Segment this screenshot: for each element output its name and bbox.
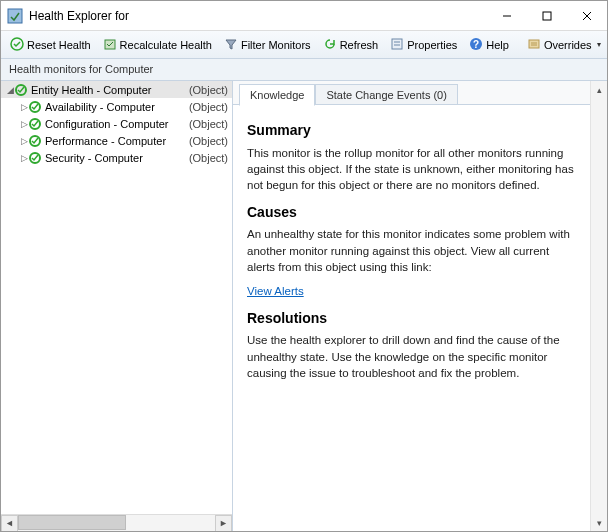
tabs: Knowledge State Change Events (0) bbox=[233, 81, 590, 105]
check-icon bbox=[10, 37, 24, 53]
scroll-track[interactable] bbox=[18, 515, 215, 532]
tree-item-label: Security - Computer bbox=[45, 152, 189, 164]
toolbar: Reset Health Recalculate Health Filter M… bbox=[1, 31, 607, 59]
tree-pane: ◢Entity Health - Computer(Object)▷Availa… bbox=[1, 81, 233, 531]
healthy-icon bbox=[29, 101, 41, 113]
scroll-right-arrow[interactable]: ► bbox=[215, 515, 232, 532]
window-controls bbox=[487, 1, 607, 30]
view-alerts-link[interactable]: View Alerts bbox=[247, 285, 304, 297]
tree-item-availability[interactable]: ▷Availability - Computer(Object) bbox=[1, 98, 232, 115]
funnel-icon bbox=[224, 37, 238, 53]
toolbar-label: Reset Health bbox=[27, 39, 91, 51]
vscroll-track[interactable] bbox=[591, 98, 607, 514]
properties-button[interactable]: Properties bbox=[385, 35, 462, 55]
main-area: ◢Entity Health - Computer(Object)▷Availa… bbox=[1, 81, 607, 531]
healthy-icon bbox=[15, 84, 27, 96]
content-main: Knowledge State Change Events (0) Summar… bbox=[233, 81, 590, 531]
tab-state-change-events[interactable]: State Change Events (0) bbox=[315, 84, 457, 105]
expand-icon[interactable]: ▷ bbox=[19, 119, 29, 129]
tree-item-type: (Object) bbox=[189, 152, 228, 164]
healthy-icon bbox=[29, 118, 41, 130]
collapse-icon[interactable]: ◢ bbox=[5, 85, 15, 95]
refresh-button[interactable]: Refresh bbox=[318, 35, 384, 55]
tree-item-entity-health[interactable]: ◢Entity Health - Computer(Object) bbox=[1, 81, 232, 98]
tab-knowledge[interactable]: Knowledge bbox=[239, 84, 315, 106]
scroll-up-arrow[interactable]: ▴ bbox=[591, 81, 607, 98]
reset-health-button[interactable]: Reset Health bbox=[5, 35, 96, 55]
toolbar-label: Filter Monitors bbox=[241, 39, 311, 51]
maximize-button[interactable] bbox=[527, 1, 567, 30]
title-bar: Health Explorer for bbox=[1, 1, 607, 31]
vertical-scrollbar[interactable]: ▴ ▾ bbox=[590, 81, 607, 531]
scroll-left-arrow[interactable]: ◄ bbox=[1, 515, 18, 532]
filter-monitors-button[interactable]: Filter Monitors bbox=[219, 35, 316, 55]
tree-item-label: Performance - Computer bbox=[45, 135, 189, 147]
properties-icon bbox=[390, 37, 404, 53]
chevron-down-icon: ▾ bbox=[597, 40, 601, 49]
app-icon bbox=[7, 8, 23, 24]
tree-item-label: Entity Health - Computer bbox=[31, 84, 189, 96]
tree-body: ◢Entity Health - Computer(Object)▷Availa… bbox=[1, 81, 232, 514]
scroll-down-arrow[interactable]: ▾ bbox=[591, 514, 607, 531]
resolutions-heading: Resolutions bbox=[247, 309, 576, 329]
close-button[interactable] bbox=[567, 1, 607, 30]
refresh-icon bbox=[323, 37, 337, 53]
svg-rect-0 bbox=[8, 9, 22, 23]
expand-icon[interactable]: ▷ bbox=[19, 153, 29, 163]
tree-item-label: Availability - Computer bbox=[45, 101, 189, 113]
subheader: Health monitors for Computer bbox=[1, 59, 607, 81]
healthy-icon bbox=[29, 152, 41, 164]
tree-item-type: (Object) bbox=[189, 118, 228, 130]
overrides-button[interactable]: Overrides ▾ bbox=[522, 35, 606, 55]
toolbar-label: Recalculate Health bbox=[120, 39, 212, 51]
knowledge-panel: Summary This monitor is the rollup monit… bbox=[233, 105, 590, 401]
healthy-icon bbox=[29, 135, 41, 147]
window-title: Health Explorer for bbox=[29, 9, 487, 23]
resolutions-text: Use the health explorer to drill down an… bbox=[247, 332, 576, 380]
summary-heading: Summary bbox=[247, 121, 576, 141]
help-icon: ? bbox=[469, 37, 483, 53]
tree-item-performance[interactable]: ▷Performance - Computer(Object) bbox=[1, 132, 232, 149]
toolbar-label: Help bbox=[486, 39, 509, 51]
minimize-button[interactable] bbox=[487, 1, 527, 30]
tree-item-type: (Object) bbox=[189, 135, 228, 147]
horizontal-scrollbar[interactable]: ◄ ► bbox=[1, 514, 232, 531]
expand-icon[interactable]: ▷ bbox=[19, 102, 29, 112]
svg-rect-12 bbox=[529, 40, 539, 48]
scroll-thumb[interactable] bbox=[18, 515, 126, 530]
causes-text: An unhealthy state for this monitor indi… bbox=[247, 226, 576, 274]
svg-text:?: ? bbox=[473, 39, 479, 50]
toolbar-label: Overrides bbox=[544, 39, 592, 51]
toolbar-label: Properties bbox=[407, 39, 457, 51]
expand-icon[interactable]: ▷ bbox=[19, 136, 29, 146]
tree-item-configuration[interactable]: ▷Configuration - Computer(Object) bbox=[1, 115, 232, 132]
tree-item-label: Configuration - Computer bbox=[45, 118, 189, 130]
overrides-icon bbox=[527, 37, 541, 53]
tree-item-security[interactable]: ▷Security - Computer(Object) bbox=[1, 149, 232, 166]
svg-rect-2 bbox=[543, 12, 551, 20]
help-button[interactable]: ? Help bbox=[464, 35, 514, 55]
content-pane: Knowledge State Change Events (0) Summar… bbox=[233, 81, 607, 531]
tree-item-type: (Object) bbox=[189, 101, 228, 113]
recalc-icon bbox=[103, 37, 117, 53]
recalculate-health-button[interactable]: Recalculate Health bbox=[98, 35, 217, 55]
tree-item-type: (Object) bbox=[189, 84, 228, 96]
summary-text: This monitor is the rollup monitor for a… bbox=[247, 145, 576, 193]
svg-rect-7 bbox=[392, 39, 402, 49]
causes-heading: Causes bbox=[247, 203, 576, 223]
toolbar-label: Refresh bbox=[340, 39, 379, 51]
